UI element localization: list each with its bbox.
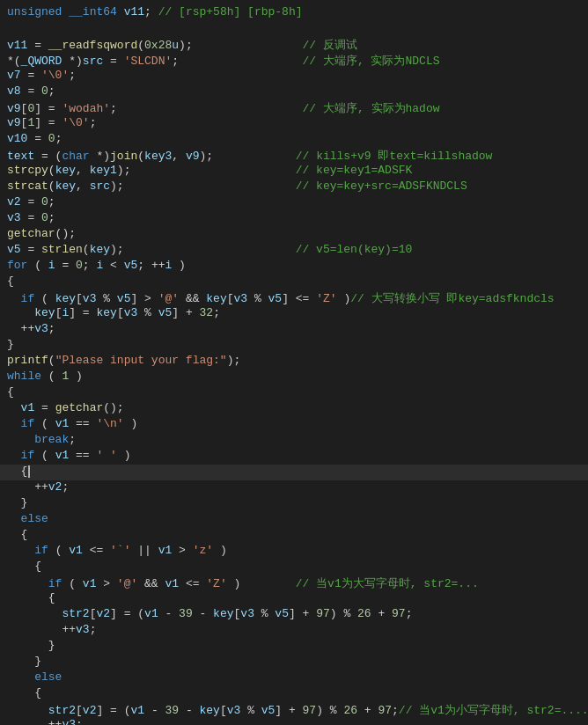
- code-line: {: [0, 385, 588, 401]
- line-content: strcat(key, src); // key=key+src=ADSFKND…: [7, 179, 581, 193]
- code-line: {: [0, 686, 588, 702]
- code-line: {: [0, 528, 588, 544]
- code-line: if ( v1 == ' ' ): [0, 449, 588, 465]
- line-content: {: [7, 560, 581, 573]
- code-line: }: [0, 338, 588, 354]
- code-line: if ( key[v3 % v5] > '@' && key[v3 % v5] …: [0, 290, 588, 306]
- code-line: {: [0, 275, 588, 290]
- line-content: if ( key[v3 % v5] > '@' && key[v3 % v5] …: [7, 290, 581, 306]
- line-content: }: [7, 496, 581, 509]
- line-content: while ( 1 ): [7, 370, 581, 383]
- line-content: str2[v2] = (v1 - 39 - key[v3 % v5] + 97)…: [7, 702, 588, 718]
- line-content: {: [7, 528, 581, 541]
- line-content: if ( v1 <= '`' || v1 > 'z' ): [7, 544, 581, 557]
- line-content: text = (char *)join(key3, v9); // kills+…: [7, 148, 581, 164]
- code-line: {: [0, 465, 588, 480]
- line-content: if ( v1 > '@' && v1 <= 'Z' ) // 当v1为大写字母…: [7, 575, 581, 591]
- line-content: v3 = 0;: [7, 211, 581, 224]
- code-line: }: [0, 639, 588, 655]
- line-content: else: [7, 670, 581, 684]
- line-content: if ( v1 == ' ' ): [7, 449, 581, 462]
- line-content: {: [7, 385, 581, 399]
- line-content: str2[v2] = (v1 - 39 - key[v3 % v5] + 97)…: [7, 607, 581, 620]
- code-line: *(_QWORD *)src = 'SLCDN'; // 大端序, 实际为NDC…: [0, 53, 588, 69]
- line-content: v9[1] = '\0';: [7, 116, 581, 129]
- code-line: for ( i = 0; i < v5; ++i ): [0, 259, 588, 275]
- line-content: for ( i = 0; i < v5; ++i ): [7, 259, 581, 272]
- code-line: if ( v1 == '\n' ): [0, 417, 588, 433]
- line-content: }: [7, 338, 581, 351]
- text-cursor: [28, 465, 30, 478]
- code-line: [0, 21, 588, 37]
- line-content: v1 = getchar();: [7, 401, 581, 414]
- line-content: ++v3;: [7, 718, 581, 725]
- code-line: v3 = 0;: [0, 211, 588, 227]
- line-content: printf("Please input your flag:");: [7, 354, 581, 367]
- code-line: v11 = __readfsqword(0x28u); // 反调试: [0, 37, 588, 53]
- code-line: v5 = strlen(key); // v5=len(key)=10: [0, 243, 588, 259]
- line-content: else: [7, 512, 581, 525]
- code-line: key[i] = key[v3 % v5] + 32;: [0, 306, 588, 322]
- code-line: getchar();: [0, 227, 588, 243]
- line-content: v2 = 0;: [7, 195, 581, 209]
- line-content: v7 = '\0';: [7, 69, 581, 82]
- line-content: v9[0] = 'wodah'; // 大端序, 实际为hadow: [7, 100, 581, 116]
- line-content: ++v2;: [7, 480, 581, 494]
- code-line: strcat(key, src); // key=key+src=ADSFKND…: [0, 179, 588, 195]
- code-line: ++v2;: [0, 480, 588, 496]
- code-line: ++v3;: [0, 322, 588, 338]
- code-line: {: [0, 591, 588, 607]
- code-line: v1 = getchar();: [0, 401, 588, 417]
- line-content: v11 = __readfsqword(0x28u); // 反调试: [7, 37, 581, 53]
- code-line: v10 = 0;: [0, 132, 588, 148]
- code-line: ++v3;: [0, 623, 588, 639]
- line-content: if ( v1 == '\n' ): [7, 417, 581, 430]
- line-content: ++v3;: [7, 322, 581, 335]
- code-line: strcpy(key, key1); // key=key1=ADSFK: [0, 164, 588, 179]
- line-content: getchar();: [7, 227, 581, 240]
- code-line: printf("Please input your flag:");: [0, 354, 588, 370]
- code-line: else: [0, 670, 588, 686]
- code-line: }: [0, 496, 588, 512]
- line-content: v10 = 0;: [7, 132, 581, 145]
- line-content: }: [7, 639, 581, 652]
- line-content: ++v3;: [7, 623, 581, 636]
- line-content: v5 = strlen(key); // v5=len(key)=10: [7, 243, 581, 256]
- code-line: {: [0, 560, 588, 575]
- line-content: {: [7, 465, 581, 478]
- code-line: v9[1] = '\0';: [0, 116, 588, 132]
- code-line: str2[v2] = (v1 - 39 - key[v3 % v5] + 97)…: [0, 702, 588, 718]
- line-content: {: [7, 686, 581, 699]
- line-content: *(_QWORD *)src = 'SLCDN'; // 大端序, 实际为NDC…: [7, 53, 581, 69]
- line-content: {: [7, 275, 581, 288]
- code-line: str2[v2] = (v1 - 39 - key[v3 % v5] + 97)…: [0, 607, 588, 623]
- code-line: while ( 1 ): [0, 370, 588, 385]
- line-content: {: [7, 591, 581, 604]
- line-content: unsigned __int64 v11; // [rsp+58h] [rbp-…: [7, 5, 581, 18]
- code-editor: unsigned __int64 v11; // [rsp+58h] [rbp-…: [0, 0, 588, 725]
- code-line: v9[0] = 'wodah'; // 大端序, 实际为hadow: [0, 100, 588, 116]
- code-line: v7 = '\0';: [0, 69, 588, 84]
- line-content: v8 = 0;: [7, 84, 581, 98]
- code-line: text = (char *)join(key3, v9); // kills+…: [0, 148, 588, 164]
- code-line: else: [0, 512, 588, 528]
- line-content: strcpy(key, key1); // key=key1=ADSFK: [7, 164, 581, 177]
- code-line: v2 = 0;: [0, 195, 588, 211]
- code-line: if ( v1 > '@' && v1 <= 'Z' ) // 当v1为大写字母…: [0, 575, 588, 591]
- code-line: unsigned __int64 v11; // [rsp+58h] [rbp-…: [0, 5, 588, 21]
- code-line: ++v3;: [0, 718, 588, 725]
- line-content: key[i] = key[v3 % v5] + 32;: [7, 306, 581, 319]
- code-line: }: [0, 655, 588, 670]
- line-content: }: [7, 655, 581, 668]
- code-line: v8 = 0;: [0, 84, 588, 100]
- code-line: if ( v1 <= '`' || v1 > 'z' ): [0, 544, 588, 560]
- code-line: break;: [0, 433, 588, 449]
- line-content: break;: [7, 433, 581, 446]
